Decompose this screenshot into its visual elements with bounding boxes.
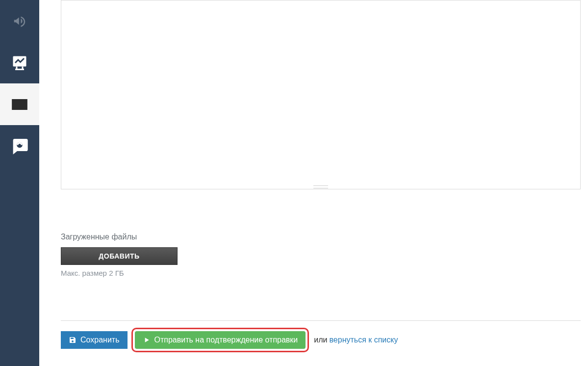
upload-label: Загруженные файлы [61, 233, 588, 241]
play-icon [143, 336, 151, 344]
upload-hint: Макс. размер 2 ГБ [61, 269, 588, 277]
back-to-list-link[interactable]: вернуться к списку [330, 336, 398, 344]
sidebar-item-presentation[interactable] [0, 42, 39, 83]
action-divider [61, 320, 581, 321]
upload-section: Загруженные файлы ДОБАВИТЬ Макс. размер … [61, 233, 588, 277]
megaphone-icon [12, 14, 27, 28]
save-icon [69, 336, 77, 344]
action-bar: Сохранить Отправить на подтверждение отп… [61, 328, 588, 352]
add-file-button[interactable]: ДОБАВИТЬ [61, 247, 178, 265]
save-button-label: Сохранить [80, 336, 120, 344]
sidebar [0, 0, 39, 366]
chat-icon [10, 136, 29, 156]
send-for-approval-button[interactable]: Отправить на подтверждение отправки [135, 331, 306, 349]
main-content: Загруженные файлы ДОБАВИТЬ Макс. размер … [39, 0, 588, 366]
sidebar-item-chat[interactable] [0, 125, 39, 167]
or-text: или [314, 336, 327, 344]
sidebar-item-announce[interactable] [0, 0, 39, 42]
send-button-highlight: Отправить на подтверждение отправки [131, 328, 309, 352]
save-button[interactable]: Сохранить [61, 331, 128, 349]
presentation-chart-icon [11, 54, 28, 72]
sidebar-item-mail[interactable] [0, 83, 39, 125]
send-button-label: Отправить на подтверждение отправки [154, 336, 298, 344]
envelope-icon [10, 95, 29, 114]
resize-handle[interactable] [313, 185, 328, 188]
message-body-editor[interactable] [61, 0, 581, 189]
